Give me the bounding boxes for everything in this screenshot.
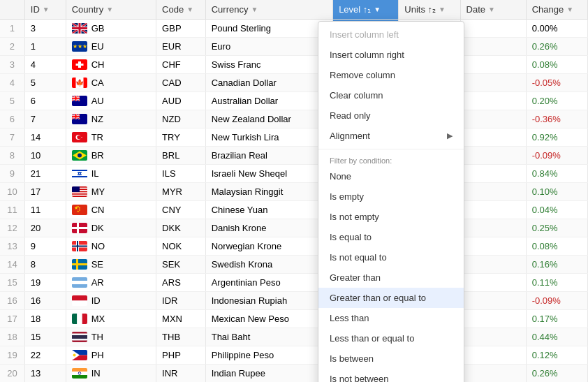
flag-icon [72,186,87,197]
col-date-filter-icon[interactable]: ▼ [488,6,495,13]
cell-country: 🍁 CA [66,74,156,92]
table-row[interactable]: 18 15 TH THB Thai Baht 35.50 0.44% [0,328,588,346]
cell-date [460,147,526,165]
filter-item-greater-than[interactable]: Greater than [318,267,464,288]
country-code: TR [91,132,103,142]
table-row[interactable]: 7 14 TR TRY New Turkish Lira 2.86 0.92% [0,128,588,147]
filter-item-is-empty[interactable]: Is empty [318,186,464,207]
col-id-label: ID [31,4,40,15]
table-row[interactable]: 9 21 IL ILS Israeli New Sheqel 3.82 0.84… [0,165,588,183]
country-code: CN [91,205,105,215]
table-row[interactable]: 14 8 SE SEK Swedish Krona 8.52 0.16% [0,256,588,274]
col-header-change[interactable]: Change ▼ [526,0,587,20]
country-code: NZ [91,114,103,124]
cell-currency: Norwegian Krone [205,237,332,256]
table-row[interactable]: 13 9 NO NOK Norwegian Krone 8.24 0.08% [0,237,588,256]
svg-text:★: ★ [77,210,80,213]
col-header-currency[interactable]: Currency ▼ [205,0,332,20]
filter-item-is-not-between[interactable]: Is not between [318,369,464,382]
menu-item-insert-col-right-label: Insert column right [330,50,404,60]
col-header-id[interactable]: ID ▼ [24,0,66,20]
table-row[interactable]: 6 7 NZ NZD New Zealand Dollar 1.52 -0.36… [0,110,588,128]
table-row[interactable]: 2 1 ★★★ EU EUR Euro 0.90 0.26% [0,38,588,56]
cell-rownum: 9 [0,165,24,183]
col-header-country[interactable]: Country ▼ [66,0,156,20]
cell-code: BRL [156,147,206,165]
menu-item-read-only[interactable]: Read only [318,105,464,126]
table-row[interactable]: 12 20 DK DKK Danish Krone 6.74 0.25% [0,219,588,237]
col-code-filter-icon[interactable]: ▼ [186,6,193,13]
table-row[interactable]: 19 22 PH PHP Philippine Peso 46.31 0.12% [0,346,588,365]
col-header-level[interactable]: Level ↑₁ ▼ [333,0,399,20]
filter-item-less-than[interactable]: Less than [318,308,464,328]
cell-rownum: 4 [0,74,24,92]
col-currency-filter-icon[interactable]: ▼ [251,6,258,13]
cell-code: SEK [156,256,206,274]
cell-rownum: 14 [0,256,24,274]
table-row[interactable]: 1 3 GB GBP Pound Sterling 0.63 0.00% [0,20,588,38]
cell-country: IN [66,365,156,383]
table-row[interactable]: 20 13 IN INR Indian Rupee 65.37 0.26% [0,365,588,383]
cell-country: AU [66,92,156,110]
menu-item-insert-col-right[interactable]: Insert column right [318,45,464,65]
table-row[interactable]: 8 10 BR BRL Brazilian Real 3.48 -0.09% [0,147,588,165]
filter-item-greater-than-or-equal[interactable]: Greater than or equal to [318,288,464,308]
table-row[interactable]: 11 11 ★★★★★ CN CNY Chinese Yuan 6.39 0.0… [0,201,588,219]
table-row[interactable]: 3 4 CH CHF Swiss Franc 0.97 0.08% [0,56,588,74]
filter-item-is-not-equal-to[interactable]: Is not equal to [318,247,464,267]
table-row[interactable]: 5 6 AU AUD Australian Dollar 1.35 0.20% [0,92,588,110]
cell-currency: Israeli New Sheqel [205,165,332,183]
cell-rownum: 5 [0,92,24,110]
cell-change: 0.26% [526,38,587,56]
cell-currency: New Turkish Lira [205,128,332,147]
menu-item-insert-col-left[interactable]: Insert column left [318,24,464,45]
col-header-code[interactable]: Code ▼ [156,0,206,20]
menu-item-remove-col[interactable]: Remove column [318,65,464,85]
col-level-filter-icon[interactable]: ▼ [374,6,381,13]
filter-item-less-than-or-equal[interactable]: Less than or equal to [318,328,464,348]
cell-country: ★★★★★ CN [66,201,156,219]
col-header-rownum [0,0,24,20]
table-row[interactable]: 16 16 ID IDR Indonesian Rupiah 13.83 -0.… [0,292,588,310]
svg-rect-65 [72,375,87,379]
col-header-units[interactable]: Units ↑₂ ▼ [399,0,460,20]
col-header-date[interactable]: Date ▼ [460,0,526,20]
country-code: NO [91,241,105,251]
filter-item-is-not-empty[interactable]: Is not empty [318,207,464,227]
menu-item-clear-col[interactable]: Clear column [318,85,464,105]
filter-item-none[interactable]: None [318,166,464,186]
country-code: AU [91,96,104,106]
table-row[interactable]: 4 5 🍁 CA CAD Canadian Dollar 1.30 -0.05% [0,74,588,92]
country-code: EU [91,41,104,52]
cell-rownum: 18 [0,328,24,346]
flag-icon [72,350,87,360]
cell-date [460,274,526,292]
cell-currency: Danish Krone [205,219,332,237]
menu-item-alignment[interactable]: Alignment ▶ [318,126,464,146]
col-country-filter-icon[interactable]: ▼ [106,6,113,13]
table-row[interactable]: 15 19 AR ARS Argentinian Peso 9.25 0.11% [0,274,588,292]
cell-id: 18 [24,310,66,328]
table-row[interactable]: 10 17 MY MYR Malaysian Ringgit 4.09 0.10… [0,183,588,201]
flag-icon [72,277,87,288]
flag-icon [72,223,87,233]
flag-icon [72,314,87,324]
cell-country: PH [66,346,156,365]
filter-item-is-equal-to[interactable]: Is equal to [318,227,464,247]
menu-item-insert-col-left-label: Insert column left [330,29,399,40]
cell-change: 0.10% [526,183,587,201]
col-change-filter-icon[interactable]: ▼ [566,6,573,13]
cell-currency: Pound Sterling [205,20,332,38]
country-code: DK [91,223,104,233]
flag-icon [72,132,87,142]
table-row[interactable]: 17 18 MX MXN Mexican New Peso 16.43 0.17… [0,310,588,328]
svg-point-62 [73,354,75,357]
col-id-filter-icon[interactable]: ▼ [43,6,50,13]
col-units-filter-icon[interactable]: ▼ [439,6,446,13]
filter-item-is-not-between-label: Is not between [330,374,389,382]
cell-country: AR [66,274,156,292]
cell-id: 8 [24,256,66,274]
filter-item-is-between[interactable]: Is between [318,348,464,369]
menu-item-clear-col-label: Clear column [330,90,383,101]
country-code: SE [91,259,103,270]
